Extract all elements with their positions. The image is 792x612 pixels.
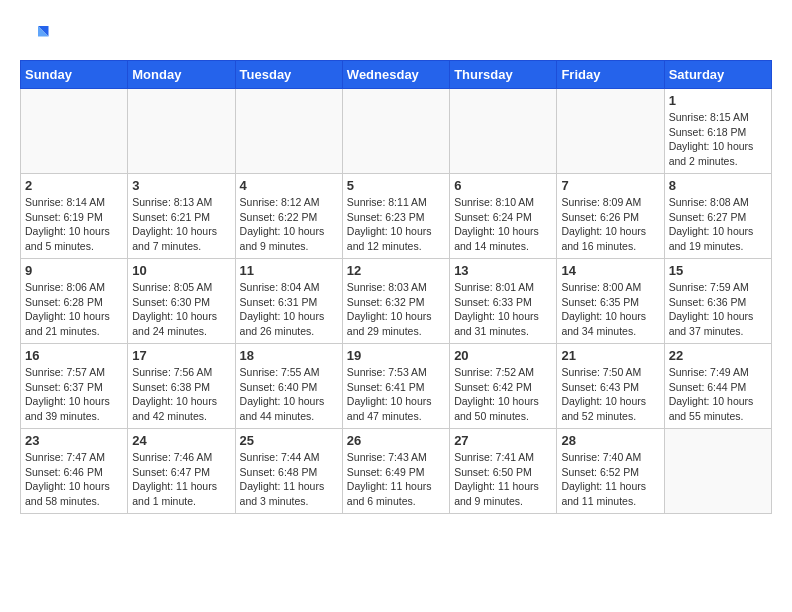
calendar-week-row: 9Sunrise: 8:06 AM Sunset: 6:28 PM Daylig… — [21, 259, 772, 344]
calendar-cell — [450, 89, 557, 174]
day-number: 24 — [132, 433, 230, 448]
day-number: 8 — [669, 178, 767, 193]
day-info: Sunrise: 7:44 AM Sunset: 6:48 PM Dayligh… — [240, 450, 338, 509]
day-info: Sunrise: 7:59 AM Sunset: 6:36 PM Dayligh… — [669, 280, 767, 339]
weekday-header: Sunday — [21, 61, 128, 89]
day-info: Sunrise: 8:08 AM Sunset: 6:27 PM Dayligh… — [669, 195, 767, 254]
calendar-cell: 2Sunrise: 8:14 AM Sunset: 6:19 PM Daylig… — [21, 174, 128, 259]
calendar-cell: 19Sunrise: 7:53 AM Sunset: 6:41 PM Dayli… — [342, 344, 449, 429]
calendar-cell: 20Sunrise: 7:52 AM Sunset: 6:42 PM Dayli… — [450, 344, 557, 429]
calendar-cell: 26Sunrise: 7:43 AM Sunset: 6:49 PM Dayli… — [342, 429, 449, 514]
day-info: Sunrise: 8:05 AM Sunset: 6:30 PM Dayligh… — [132, 280, 230, 339]
day-number: 3 — [132, 178, 230, 193]
calendar-cell: 3Sunrise: 8:13 AM Sunset: 6:21 PM Daylig… — [128, 174, 235, 259]
day-info: Sunrise: 8:10 AM Sunset: 6:24 PM Dayligh… — [454, 195, 552, 254]
day-info: Sunrise: 7:43 AM Sunset: 6:49 PM Dayligh… — [347, 450, 445, 509]
calendar-cell: 18Sunrise: 7:55 AM Sunset: 6:40 PM Dayli… — [235, 344, 342, 429]
day-info: Sunrise: 8:13 AM Sunset: 6:21 PM Dayligh… — [132, 195, 230, 254]
calendar-cell: 17Sunrise: 7:56 AM Sunset: 6:38 PM Dayli… — [128, 344, 235, 429]
day-number: 1 — [669, 93, 767, 108]
calendar-table: SundayMondayTuesdayWednesdayThursdayFrid… — [20, 60, 772, 514]
logo — [20, 20, 54, 50]
day-number: 28 — [561, 433, 659, 448]
calendar-cell: 21Sunrise: 7:50 AM Sunset: 6:43 PM Dayli… — [557, 344, 664, 429]
day-info: Sunrise: 7:41 AM Sunset: 6:50 PM Dayligh… — [454, 450, 552, 509]
day-info: Sunrise: 8:01 AM Sunset: 6:33 PM Dayligh… — [454, 280, 552, 339]
day-number: 25 — [240, 433, 338, 448]
page-header — [20, 20, 772, 50]
day-info: Sunrise: 7:57 AM Sunset: 6:37 PM Dayligh… — [25, 365, 123, 424]
day-info: Sunrise: 8:09 AM Sunset: 6:26 PM Dayligh… — [561, 195, 659, 254]
day-info: Sunrise: 7:55 AM Sunset: 6:40 PM Dayligh… — [240, 365, 338, 424]
day-number: 27 — [454, 433, 552, 448]
day-number: 15 — [669, 263, 767, 278]
calendar-cell — [664, 429, 771, 514]
day-number: 18 — [240, 348, 338, 363]
calendar-cell: 13Sunrise: 8:01 AM Sunset: 6:33 PM Dayli… — [450, 259, 557, 344]
day-info: Sunrise: 7:46 AM Sunset: 6:47 PM Dayligh… — [132, 450, 230, 509]
logo-icon — [20, 20, 50, 50]
calendar-cell — [342, 89, 449, 174]
calendar-cell: 16Sunrise: 7:57 AM Sunset: 6:37 PM Dayli… — [21, 344, 128, 429]
calendar-cell: 4Sunrise: 8:12 AM Sunset: 6:22 PM Daylig… — [235, 174, 342, 259]
day-info: Sunrise: 7:50 AM Sunset: 6:43 PM Dayligh… — [561, 365, 659, 424]
day-info: Sunrise: 7:40 AM Sunset: 6:52 PM Dayligh… — [561, 450, 659, 509]
calendar-cell: 28Sunrise: 7:40 AM Sunset: 6:52 PM Dayli… — [557, 429, 664, 514]
calendar-cell: 25Sunrise: 7:44 AM Sunset: 6:48 PM Dayli… — [235, 429, 342, 514]
calendar-cell: 23Sunrise: 7:47 AM Sunset: 6:46 PM Dayli… — [21, 429, 128, 514]
day-number: 9 — [25, 263, 123, 278]
day-number: 23 — [25, 433, 123, 448]
calendar-cell: 14Sunrise: 8:00 AM Sunset: 6:35 PM Dayli… — [557, 259, 664, 344]
weekday-header: Thursday — [450, 61, 557, 89]
day-info: Sunrise: 8:04 AM Sunset: 6:31 PM Dayligh… — [240, 280, 338, 339]
day-number: 11 — [240, 263, 338, 278]
day-number: 13 — [454, 263, 552, 278]
calendar-week-row: 2Sunrise: 8:14 AM Sunset: 6:19 PM Daylig… — [21, 174, 772, 259]
day-number: 19 — [347, 348, 445, 363]
day-number: 14 — [561, 263, 659, 278]
calendar-cell: 15Sunrise: 7:59 AM Sunset: 6:36 PM Dayli… — [664, 259, 771, 344]
calendar-week-row: 23Sunrise: 7:47 AM Sunset: 6:46 PM Dayli… — [21, 429, 772, 514]
day-info: Sunrise: 8:14 AM Sunset: 6:19 PM Dayligh… — [25, 195, 123, 254]
calendar-cell — [128, 89, 235, 174]
day-number: 17 — [132, 348, 230, 363]
day-info: Sunrise: 8:12 AM Sunset: 6:22 PM Dayligh… — [240, 195, 338, 254]
day-number: 12 — [347, 263, 445, 278]
day-info: Sunrise: 7:47 AM Sunset: 6:46 PM Dayligh… — [25, 450, 123, 509]
weekday-header: Saturday — [664, 61, 771, 89]
weekday-header: Friday — [557, 61, 664, 89]
day-info: Sunrise: 8:06 AM Sunset: 6:28 PM Dayligh… — [25, 280, 123, 339]
day-info: Sunrise: 8:15 AM Sunset: 6:18 PM Dayligh… — [669, 110, 767, 169]
calendar-cell: 22Sunrise: 7:49 AM Sunset: 6:44 PM Dayli… — [664, 344, 771, 429]
weekday-header: Monday — [128, 61, 235, 89]
calendar-cell: 6Sunrise: 8:10 AM Sunset: 6:24 PM Daylig… — [450, 174, 557, 259]
calendar-cell: 10Sunrise: 8:05 AM Sunset: 6:30 PM Dayli… — [128, 259, 235, 344]
day-number: 21 — [561, 348, 659, 363]
calendar-cell: 27Sunrise: 7:41 AM Sunset: 6:50 PM Dayli… — [450, 429, 557, 514]
day-number: 5 — [347, 178, 445, 193]
day-number: 7 — [561, 178, 659, 193]
day-info: Sunrise: 8:11 AM Sunset: 6:23 PM Dayligh… — [347, 195, 445, 254]
calendar-cell: 1Sunrise: 8:15 AM Sunset: 6:18 PM Daylig… — [664, 89, 771, 174]
calendar-cell — [235, 89, 342, 174]
day-number: 20 — [454, 348, 552, 363]
calendar-cell: 7Sunrise: 8:09 AM Sunset: 6:26 PM Daylig… — [557, 174, 664, 259]
calendar-cell — [557, 89, 664, 174]
calendar-cell: 9Sunrise: 8:06 AM Sunset: 6:28 PM Daylig… — [21, 259, 128, 344]
calendar-week-row: 1Sunrise: 8:15 AM Sunset: 6:18 PM Daylig… — [21, 89, 772, 174]
day-number: 16 — [25, 348, 123, 363]
weekday-header: Wednesday — [342, 61, 449, 89]
day-info: Sunrise: 8:03 AM Sunset: 6:32 PM Dayligh… — [347, 280, 445, 339]
calendar-cell: 24Sunrise: 7:46 AM Sunset: 6:47 PM Dayli… — [128, 429, 235, 514]
weekday-header-row: SundayMondayTuesdayWednesdayThursdayFrid… — [21, 61, 772, 89]
day-number: 6 — [454, 178, 552, 193]
day-info: Sunrise: 7:49 AM Sunset: 6:44 PM Dayligh… — [669, 365, 767, 424]
day-info: Sunrise: 7:53 AM Sunset: 6:41 PM Dayligh… — [347, 365, 445, 424]
calendar-cell: 12Sunrise: 8:03 AM Sunset: 6:32 PM Dayli… — [342, 259, 449, 344]
calendar-cell: 8Sunrise: 8:08 AM Sunset: 6:27 PM Daylig… — [664, 174, 771, 259]
day-info: Sunrise: 8:00 AM Sunset: 6:35 PM Dayligh… — [561, 280, 659, 339]
day-info: Sunrise: 7:52 AM Sunset: 6:42 PM Dayligh… — [454, 365, 552, 424]
day-number: 22 — [669, 348, 767, 363]
calendar-cell — [21, 89, 128, 174]
calendar-cell: 11Sunrise: 8:04 AM Sunset: 6:31 PM Dayli… — [235, 259, 342, 344]
